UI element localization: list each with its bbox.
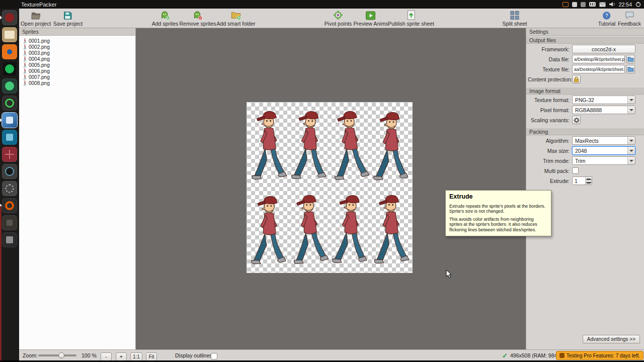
sprite-list-item[interactable]: 0005.png: [19, 62, 135, 68]
sprite-list-item[interactable]: 0007.png: [19, 74, 135, 80]
sprite-list-item[interactable]: 0006.png: [19, 68, 135, 74]
status-bar: Zoom: 100 % - + 1:1 Fit Display outlines…: [19, 349, 644, 360]
folder-icon: [627, 56, 634, 62]
add-smart-folder-icon: [230, 10, 241, 20]
publish-sprite-sheet-label: Publish sprite sheet: [388, 21, 434, 27]
split-sheet-button[interactable]: Split sheet: [502, 10, 527, 27]
keyboard-indicator-icon[interactable]: [589, 2, 596, 7]
trim-mode-value: Trim: [573, 158, 627, 164]
framework-label: Framework:: [528, 46, 572, 52]
add-smart-folder-button[interactable]: Add smart folder: [216, 10, 255, 27]
clock[interactable]: 22:54: [619, 2, 632, 8]
display-outlines-checkbox[interactable]: [211, 353, 217, 359]
slider-track: [38, 354, 76, 356]
multi-pack-row: Multi pack:: [528, 166, 642, 175]
remove-sprites-button[interactable]: Remove sprites: [180, 10, 216, 27]
sprite-thumb-icon: [23, 68, 27, 74]
dock-camera-icon[interactable]: [2, 164, 17, 179]
open-project-button[interactable]: Open project: [21, 10, 51, 27]
scaling-variants-label: Scaling variants:: [528, 117, 572, 123]
sprite-list-item[interactable]: 0002.png: [19, 44, 135, 50]
sprite-frame-7: [330, 189, 370, 270]
sprite-file-name: 0003.png: [29, 50, 50, 56]
text-entry-icon[interactable]: [581, 2, 586, 7]
texturepacker-window: TexturePacker 22:54: [0, 0, 644, 362]
browse-texture-file-button[interactable]: [626, 65, 635, 73]
dock-app-icon-13[interactable]: [2, 215, 17, 230]
dock-app-icon-14[interactable]: [2, 232, 17, 247]
extrude-spinner[interactable]: 1: [572, 176, 592, 185]
display-indicator-icon[interactable]: [562, 2, 569, 7]
algorithm-select[interactable]: MaxRects: [572, 136, 635, 145]
data-file-input[interactable]: a/Desktop/ilkSpriteSheet.plist: [572, 55, 625, 63]
volume-icon[interactable]: [609, 2, 615, 7]
texture-file-input[interactable]: aa/Desktop/ilkSpriteSheet.png: [572, 65, 625, 73]
canvas-area[interactable]: [136, 28, 526, 349]
tutorial-button[interactable]: ? Tutorial: [598, 10, 616, 27]
dock-firefox-icon[interactable]: [2, 44, 17, 59]
sprite-list-item[interactable]: 0003.png: [19, 50, 135, 56]
algorithm-row: Algorithm: MaxRects: [528, 136, 642, 145]
texture-format-select[interactable]: PNG-32: [572, 96, 635, 104]
screen-edge-artifact: [0, 206, 2, 360]
multi-pack-checkbox[interactable]: [572, 167, 579, 174]
extrude-value: 1: [573, 178, 585, 184]
dock-spotify-icon[interactable]: [2, 61, 17, 76]
add-sprites-label: Add sprites: [152, 21, 179, 27]
pixel-format-select[interactable]: RGBA8888: [572, 106, 635, 114]
sprite-frame-5: [249, 190, 287, 272]
texture-format-label: Texture format:: [528, 97, 572, 103]
publish-sprite-sheet-icon: [407, 10, 416, 20]
texture-file-row: Texture file: aa/Desktop/ilkSpriteSheet.…: [528, 64, 642, 74]
sprite-list-item[interactable]: 0001.png: [19, 38, 135, 44]
trim-mode-select[interactable]: Trim: [572, 156, 635, 165]
dock-app-icon-12[interactable]: [2, 198, 17, 213]
dock-texturepacker-icon[interactable]: [2, 113, 17, 128]
feedback-button[interactable]: Feedback: [618, 10, 641, 27]
publish-sprite-sheet-button[interactable]: Publish sprite sheet: [388, 10, 434, 27]
scaling-variants-button[interactable]: [572, 116, 581, 124]
dock-files-icon[interactable]: [2, 27, 17, 42]
pivot-points-button[interactable]: Pivot points: [325, 10, 352, 27]
content-protection-label: Content protection:: [528, 76, 572, 82]
chevron-down-icon: [627, 96, 635, 104]
dock-app-icon-8[interactable]: [2, 130, 17, 145]
sprite-thumb-icon: [23, 38, 27, 44]
content-protection-button[interactable]: [572, 75, 581, 83]
tutorial-label: Tutorial: [598, 21, 616, 27]
dock-app-icon-5[interactable]: [2, 78, 17, 94]
browse-data-file-button[interactable]: [626, 55, 635, 63]
spinner-steppers[interactable]: [585, 177, 592, 185]
texture-file-label: Texture file:: [528, 66, 572, 72]
slider-knob[interactable]: [58, 352, 64, 358]
preview-anims-label: Preview Anims: [354, 21, 388, 27]
zoom-slider[interactable]: [38, 350, 76, 361]
framework-select[interactable]: cocos2d-x: [572, 45, 635, 53]
sprite-list-item[interactable]: 0004.png: [19, 56, 135, 62]
dock-app-icon-9[interactable]: [2, 147, 17, 162]
max-size-input[interactable]: 2048: [572, 146, 635, 155]
framework-row: Framework: cocos2d-x: [528, 44, 642, 54]
split-sheet-label: Split sheet: [502, 21, 527, 27]
advanced-settings-button[interactable]: Advanced settings >>: [583, 335, 640, 343]
add-sprites-button[interactable]: Add sprites: [152, 10, 179, 27]
texture-format-value: PNG-32: [573, 97, 627, 103]
remove-sprites-icon: [193, 10, 203, 20]
save-project-button[interactable]: Save project: [53, 10, 83, 27]
power-icon[interactable]: [635, 2, 641, 7]
sprite-sheet-preview[interactable]: [247, 102, 413, 273]
dock-qtcreator-icon[interactable]: [2, 96, 17, 111]
dock-app-icon-1[interactable]: [2, 10, 17, 25]
pro-trial-badge[interactable]: Testing Pro Features: 7 days left.: [556, 351, 643, 360]
dock-settings-icon[interactable]: [2, 181, 17, 196]
max-size-row: Max size: 2048: [528, 146, 642, 155]
zoom-out-button[interactable]: -: [101, 352, 112, 361]
preview-anims-button[interactable]: Preview Anims: [354, 10, 388, 27]
input-method-icon[interactable]: [572, 2, 577, 7]
sprite-list-item[interactable]: 0008.png: [19, 80, 135, 86]
zoom-fit-button[interactable]: Fit: [146, 352, 157, 361]
tooltip-paragraph: This avoids color artifacts from neighbo…: [449, 217, 547, 232]
mail-icon[interactable]: [599, 2, 606, 7]
zoom-1-1-button[interactable]: 1:1: [130, 352, 142, 361]
zoom-in-button[interactable]: +: [116, 352, 127, 361]
